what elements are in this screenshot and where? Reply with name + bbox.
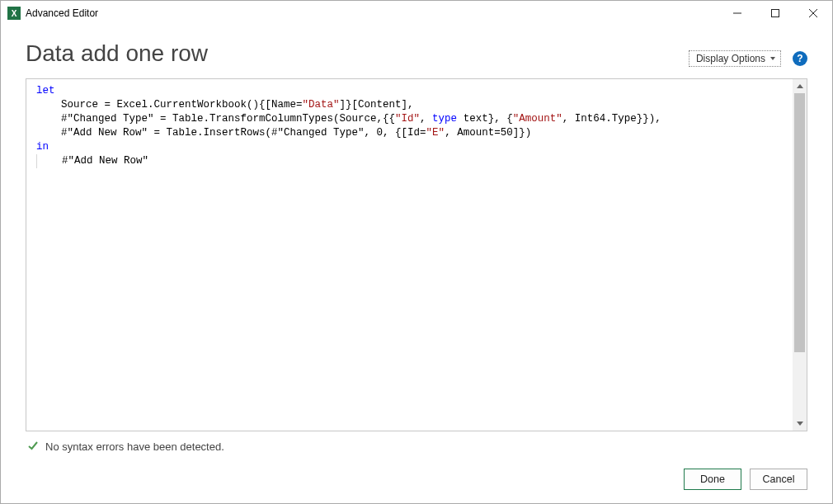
triangle-down-icon: [797, 422, 803, 426]
window-controls: [718, 1, 832, 26]
advanced-editor-window: Advanced Editor Data add one row Display…: [0, 0, 833, 504]
display-options-dropdown[interactable]: Display Options: [689, 50, 781, 67]
svg-rect-1: [772, 10, 779, 17]
scroll-down-button[interactable]: [793, 417, 807, 431]
code-editor[interactable]: let Source = Excel.CurrentWorkbook(){[Na…: [26, 79, 793, 431]
maximize-button[interactable]: [756, 1, 794, 26]
cancel-label: Cancel: [763, 473, 795, 485]
status-row: No syntax errors have been detected.: [26, 431, 807, 454]
vertical-scrollbar[interactable]: [793, 79, 807, 431]
window-title: Advanced Editor: [26, 7, 98, 19]
scroll-thumb[interactable]: [794, 93, 805, 352]
titlebar: Advanced Editor: [1, 1, 832, 26]
scroll-up-button[interactable]: [793, 79, 807, 93]
header-right: Display Options ?: [689, 50, 807, 67]
excel-icon: [7, 7, 21, 20]
triangle-up-icon: [797, 84, 803, 88]
cancel-button[interactable]: Cancel: [750, 469, 807, 490]
help-icon[interactable]: ?: [793, 51, 807, 66]
done-label: Done: [700, 473, 725, 485]
code-editor-container: let Source = Excel.CurrentWorkbook(){[Na…: [26, 78, 807, 431]
keyword-let: let: [36, 85, 55, 97]
scroll-track[interactable]: [793, 93, 807, 417]
minimize-button[interactable]: [718, 1, 756, 26]
header-row: Data add one row Display Options ?: [26, 40, 807, 67]
keyword-in: in: [36, 141, 49, 153]
footer: Done Cancel: [1, 469, 832, 503]
titlebar-left: Advanced Editor: [1, 7, 718, 20]
chevron-down-icon: [770, 57, 775, 60]
check-icon: [27, 440, 39, 454]
status-message: No syntax errors have been detected.: [45, 440, 224, 453]
content-area: Data add one row Display Options ? let S…: [1, 26, 832, 464]
page-title: Data add one row: [26, 40, 208, 67]
done-button[interactable]: Done: [684, 469, 741, 490]
display-options-label: Display Options: [696, 53, 765, 64]
help-symbol: ?: [797, 53, 802, 64]
close-button[interactable]: [794, 1, 832, 26]
